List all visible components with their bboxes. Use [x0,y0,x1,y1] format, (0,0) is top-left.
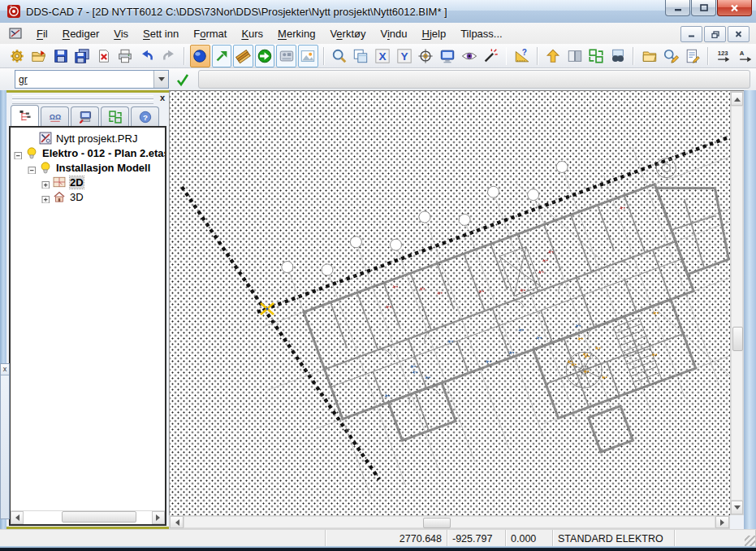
drawing-canvas[interactable] [169,91,730,515]
scroll-down-button[interactable] [731,501,743,514]
tree-item-installasjon-modell[interactable]: Installasjon Modell [11,160,165,175]
save-button[interactable] [50,45,71,67]
maximize-button[interactable] [691,0,716,16]
split-view-button[interactable] [565,45,585,67]
checkmark-icon [175,72,190,87]
save-icon [53,48,69,64]
model-sphere-button[interactable] [190,45,210,67]
level-up-button[interactable] [543,45,564,67]
expand-icon[interactable] [41,179,50,186]
collapse-icon[interactable] [14,150,23,157]
mdi-close-button[interactable] [728,26,750,42]
dock-close-button[interactable]: x [160,93,165,102]
export-model-button[interactable] [212,45,232,67]
open-folder-button[interactable] [639,45,659,67]
collapsed-dock-strip[interactable]: x [0,363,10,519]
split-view-icon [567,48,583,64]
visibility-eye-button[interactable] [459,45,479,67]
command-combo[interactable] [15,70,169,89]
close-document-button[interactable] [94,45,114,67]
vscroll-thumb[interactable] [732,327,743,351]
menu-vindu[interactable]: Vindu [373,25,414,42]
flip-x-button[interactable]: X [373,45,393,67]
close-button[interactable] [717,0,752,16]
measure-ruler-button[interactable]: ? [512,45,532,67]
tree-item-3d[interactable]: 3D [11,189,165,204]
combo-dropdown-icon[interactable] [153,71,168,88]
tree-2d-icon [52,175,67,189]
settings-gear-icon [9,48,25,64]
dock-tab-parts-list[interactable]: ΩΩ [41,106,69,126]
undo-button[interactable] [137,45,158,67]
redo-button[interactable] [158,45,179,67]
tree-scroll-left-button[interactable] [11,511,24,524]
menu-hjelp[interactable]: Hjelp [415,25,454,42]
mdi-close-icon [735,31,742,37]
number-format-button[interactable]: 123 [714,45,734,67]
menu-rediger[interactable]: Rediger [55,25,107,42]
text-format-icon: A [737,48,754,64]
tree-item-elektro-012-plan-2-etas[interactable]: Elektro - 012 - Plan 2.etas [11,145,165,160]
minimize-button[interactable] [665,0,690,16]
find-binoculars-button[interactable] [608,45,629,67]
apply-command-button[interactable] [173,70,192,89]
open-project-button[interactable] [29,45,50,67]
dock-tab-workstation[interactable] [71,106,99,126]
mdi-minimize-button[interactable] [680,26,702,42]
dock-tab-structure-tree[interactable] [11,105,39,126]
scroll-up-button[interactable] [731,92,743,106]
menu-vis[interactable]: Vis [106,25,136,42]
mdi-restore-button[interactable] [704,26,726,42]
menu-verktøy[interactable]: Verktøy [322,25,373,42]
screen-view-button[interactable] [438,45,458,67]
material-bundle-button[interactable] [233,45,253,67]
zoom-edit-button[interactable] [661,45,681,67]
expand-icon[interactable] [41,193,50,201]
document-edit-button[interactable] [683,45,703,67]
rotate-center-button[interactable] [416,45,436,67]
menu-format[interactable]: Format [186,25,234,42]
measure-ruler-icon: ? [514,48,530,64]
collapsed-dock-close-button[interactable]: x [1,364,9,375]
tree-scroll-right-button[interactable] [152,511,165,524]
collapse-icon[interactable] [28,164,37,171]
copy-window-button[interactable] [351,45,371,67]
dock-grip[interactable]: x [11,94,165,105]
window-right-border [744,90,756,529]
flip-y-button[interactable]: Y [394,45,414,67]
find-binoculars-icon [610,48,626,64]
settings-gear-button[interactable] [7,45,28,67]
resize-grip[interactable] [745,536,755,546]
menu-merking[interactable]: Merking [270,25,322,42]
forward-green-button[interactable] [255,45,275,67]
text-format-button[interactable]: A [736,45,756,67]
scroll-left-button[interactable] [170,516,184,528]
dock-tab-tile-view[interactable] [101,106,129,126]
zoom-button[interactable] [330,45,350,67]
tree-item-label: 3D [70,191,84,203]
tile-windows-button[interactable] [586,45,607,67]
tree-hscrollbar[interactable] [11,510,165,524]
scroll-right-button[interactable] [715,516,729,528]
tree-item-nytt-prosjekt-prj[interactable]: Nytt prosjekt.PRJ [11,131,165,145]
print-button[interactable] [115,45,136,67]
tree-scroll-thumb[interactable] [62,511,136,523]
dock-tab-help[interactable]: ? [131,106,159,126]
number-format-icon: 123 [715,48,732,64]
image-view-button[interactable] [298,45,318,67]
magic-wand-button[interactable] [481,45,501,67]
window-bottom-border [0,546,756,551]
titlebar[interactable]: 7 DDS-CAD 7 - [2D NYTT6012 C:\DDS\73Nor\… [0,0,756,24]
canvas-hscrollbar[interactable] [169,515,730,529]
save-all-button[interactable] [72,45,93,67]
menu-fil[interactable]: Fil [29,25,55,42]
hscroll-thumb[interactable] [423,518,451,528]
menu-settinn[interactable]: Sett inn [136,25,186,42]
command-combo-input[interactable] [15,71,153,88]
menu-kurs[interactable]: Kurs [234,25,270,42]
canvas-vscrollbar[interactable] [730,91,744,515]
menu-tilpass[interactable]: Tilpass... [453,25,510,42]
open-project-icon [31,48,47,64]
tree-item-2d[interactable]: 2D [11,175,165,189]
component-view-button[interactable] [276,45,296,67]
